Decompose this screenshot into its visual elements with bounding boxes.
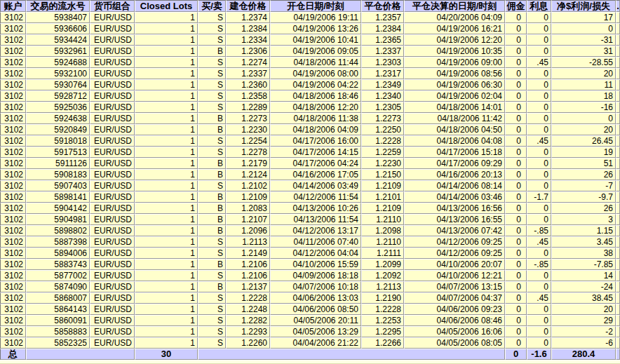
cell-interest: 0 <box>527 12 551 23</box>
cell-currency-pair: EUR/USD <box>90 158 135 169</box>
cell-commission: 0 <box>505 259 527 270</box>
table-row: 31025877002EUR/USD1S1.210604/09/2006 18:… <box>0 270 620 281</box>
cell-net-profit-loss: 18 <box>551 90 616 102</box>
total-commission: 0 <box>505 349 527 360</box>
cell-interest: .45 <box>527 292 551 304</box>
cell-close-datetime: 04/17/2006 09:29 <box>404 158 505 169</box>
cell-ticket-number: 5904981 <box>26 214 90 225</box>
cell-open-datetime: 04/11/2006 07:40 <box>270 236 361 248</box>
cell-buy-sell: B <box>198 203 226 214</box>
cell-interest: -1.7 <box>527 191 551 203</box>
cell-close-datetime: 04/07/2006 13:15 <box>404 281 505 292</box>
cell-clipped <box>616 46 620 57</box>
cell-open-datetime: 04/18/2006 18:46 <box>270 90 361 102</box>
cell-account: 3102 <box>0 259 26 270</box>
cell-closed-lots: 1 <box>135 270 198 281</box>
cell-open-datetime: 04/18/2006 11:38 <box>270 113 361 124</box>
cell-closed-lots: 1 <box>135 259 198 270</box>
cell-buy-sell: B <box>198 214 226 225</box>
table-row: 31025908183EUR/USD1B1.212404/16/2006 17:… <box>0 169 620 180</box>
cell-open-price: 1.2337 <box>226 68 270 79</box>
cell-account: 3102 <box>0 169 26 180</box>
cell-net-profit-loss: 3 <box>551 214 616 225</box>
cell-interest: 0 <box>527 113 551 124</box>
cell-ticket-number: 5864143 <box>26 304 90 315</box>
table-row: 31025860091EUR/USD1S1.228204/05/2006 20:… <box>0 315 620 326</box>
cell-close-datetime: 04/07/2006 04:37 <box>404 292 505 304</box>
cell-interest: .45 <box>527 135 551 147</box>
cell-ticket-number: 5918018 <box>26 135 90 147</box>
cell-clipped <box>616 34 620 46</box>
bottom-strip <box>0 360 620 364</box>
cell-net-profit-loss: 20 <box>551 124 616 135</box>
cell-close-price: 1.2253 <box>361 315 404 326</box>
cell-buy-sell: S <box>198 326 226 337</box>
cell-account: 3102 <box>0 225 26 236</box>
cell-close-price: 1.2305 <box>361 102 404 113</box>
cell-open-price: 1.2273 <box>226 113 270 124</box>
cell-close-price: 1.2109 <box>361 203 404 214</box>
column-header-interest: 利息 <box>527 0 551 12</box>
table-row: 31025904981EUR/USD1B1.210704/13/2006 11:… <box>0 214 620 225</box>
cell-closed-lots: 1 <box>135 12 198 23</box>
cell-close-price: 1.2303 <box>361 57 404 68</box>
cell-currency-pair: EUR/USD <box>90 326 135 337</box>
cell-interest: 0 <box>527 23 551 34</box>
table-row: 31025907403EUR/USD1S1.210204/14/2006 03:… <box>0 180 620 191</box>
cell-buy-sell: S <box>198 34 226 46</box>
cell-close-price: 1.2099 <box>361 259 404 270</box>
cell-open-datetime: 04/18/2006 12:20 <box>270 102 361 113</box>
cell-buy-sell: S <box>198 270 226 281</box>
cell-clipped <box>616 169 620 180</box>
cell-commission: 0 <box>505 158 527 169</box>
cell-commission: 0 <box>505 337 527 349</box>
cell-closed-lots: 1 <box>135 169 198 180</box>
cell-commission: 0 <box>505 57 527 68</box>
table-row: 31025858883EUR/USD1S1.229304/05/2006 13:… <box>0 326 620 337</box>
cell-close-price: 1.2110 <box>361 236 404 248</box>
cell-close-price: 1.2150 <box>361 169 404 180</box>
cell-open-price: 1.2096 <box>226 225 270 236</box>
cell-close-datetime: 04/06/2006 08:46 <box>404 315 505 326</box>
cell-account: 3102 <box>0 68 26 79</box>
cell-account: 3102 <box>0 203 26 214</box>
cell-clipped <box>616 315 620 326</box>
cell-buy-sell: S <box>198 135 226 147</box>
cell-buy-sell: S <box>198 248 226 259</box>
cell-net-profit-loss: 38 <box>551 248 616 259</box>
cell-open-datetime: 04/04/2006 21:22 <box>270 337 361 349</box>
cell-net-profit-loss: 26 <box>551 169 616 180</box>
cell-net-profit-loss: 51 <box>551 158 616 169</box>
cell-closed-lots: 1 <box>135 34 198 46</box>
cell-close-datetime: 04/19/2006 12:20 <box>404 34 505 46</box>
cell-ticket-number: 5934424 <box>26 34 90 46</box>
cell-clipped <box>616 248 620 259</box>
cell-ticket-number: 5928712 <box>26 90 90 102</box>
cell-commission: 0 <box>505 90 527 102</box>
cell-close-datetime: 04/12/2006 09:25 <box>404 236 505 248</box>
cell-buy-sell: S <box>198 79 226 90</box>
cell-account: 3102 <box>0 135 26 147</box>
cell-ticket-number: 5932961 <box>26 46 90 57</box>
table-row: 31025898141EUR/USD1B1.210904/12/2006 11:… <box>0 191 620 203</box>
cell-account: 3102 <box>0 46 26 57</box>
cell-closed-lots: 1 <box>135 225 198 236</box>
cell-account: 3102 <box>0 57 26 68</box>
total-label: 总 <box>0 349 26 360</box>
cell-account: 3102 <box>0 270 26 281</box>
cell-open-price: 1.2254 <box>226 135 270 147</box>
cell-account: 3102 <box>0 281 26 292</box>
cell-net-profit-loss: 11 <box>551 79 616 90</box>
cell-account: 3102 <box>0 158 26 169</box>
table-row: 31025883743EUR/USD1B1.210604/10/2006 15:… <box>0 259 620 270</box>
cell-interest: 0 <box>527 315 551 326</box>
cell-commission: 0 <box>505 315 527 326</box>
cell-commission: 0 <box>505 113 527 124</box>
cell-close-datetime: 04/10/2006 20:07 <box>404 259 505 270</box>
cell-commission: 0 <box>505 79 527 90</box>
cell-currency-pair: EUR/USD <box>90 113 135 124</box>
cell-open-datetime: 04/17/2006 04:24 <box>270 158 361 169</box>
cell-open-datetime: 04/06/2006 13:03 <box>270 292 361 304</box>
cell-commission: 0 <box>505 236 527 248</box>
cell-close-price: 1.2259 <box>361 147 404 158</box>
